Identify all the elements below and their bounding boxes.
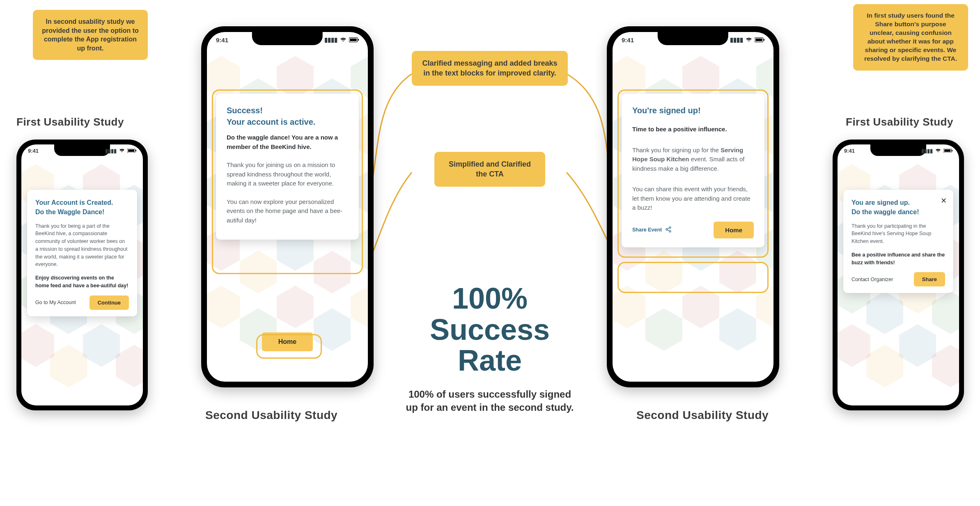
- card-lead: Time to bee a positive influence.: [632, 125, 754, 134]
- card-title: You're signed up!: [632, 105, 754, 116]
- share-button[interactable]: Share: [914, 272, 945, 286]
- svg-point-9: [669, 227, 671, 228]
- phone-second-study-signup: 9:41 ▮▮▮▮: [607, 26, 779, 387]
- signal-icon: ▮▮▮▮: [324, 36, 337, 44]
- svg-line-12: [668, 228, 670, 229]
- card-signed-up: You're signed up! Time to bee a positive…: [622, 94, 764, 247]
- note-registration-upfront: In second usability study we provided th…: [33, 10, 148, 60]
- card-title-2: Do the Waggle Dance!: [35, 208, 129, 217]
- note-simplified-cta: Simplified and Clarified the CTA: [434, 152, 545, 187]
- card-body: Thank you for participating in the BeeKi…: [851, 222, 945, 245]
- battery-icon: [349, 37, 359, 44]
- status-icons: ▮▮▮▮: [105, 148, 136, 154]
- wifi-icon: [119, 148, 125, 154]
- signal-icon: ▮▮▮▮: [730, 36, 743, 44]
- label-first-study-left: First Usability Study: [16, 116, 124, 128]
- svg-point-10: [666, 229, 668, 230]
- stat-rate: Rate: [404, 345, 576, 376]
- status-bar: 9:41 ▮▮▮▮: [844, 148, 952, 154]
- phone-first-study-signup: 9:41 ▮▮▮▮: [833, 140, 964, 410]
- status-icons: ▮▮▮▮: [730, 36, 764, 44]
- success-rate-block: 100% Success Rate 100% of users successf…: [404, 283, 576, 424]
- highlight-action-row: [617, 262, 769, 293]
- battery-icon: [943, 148, 952, 154]
- label-first-study-right: First Usability Study: [846, 116, 953, 128]
- card-account-active: Success! Your account is active. Do the …: [216, 94, 359, 240]
- status-bar: 9:41 ▮▮▮▮: [216, 36, 359, 44]
- svg-rect-5: [358, 39, 359, 40]
- svg-rect-16: [952, 150, 952, 151]
- svg-point-11: [669, 230, 671, 232]
- status-time: 9:41: [216, 37, 228, 44]
- stat-100: 100%: [404, 283, 576, 314]
- card-callout: Bee a positive influence and share the b…: [851, 251, 945, 267]
- status-icons: ▮▮▮▮: [324, 36, 359, 44]
- wifi-icon: [935, 148, 941, 154]
- phone-second-study-account: 9:41 ▮▮▮▮: [201, 26, 374, 387]
- continue-button[interactable]: Continue: [90, 295, 129, 310]
- svg-rect-2: [135, 150, 136, 151]
- card-lead: Do the waggle dance! You are a now a mem…: [227, 133, 348, 151]
- home-button[interactable]: Home: [262, 332, 313, 351]
- svg-rect-1: [128, 149, 134, 152]
- signal-icon: ▮▮▮▮: [105, 148, 117, 154]
- card-body-1: Thank you for signing up for the Serving…: [632, 146, 754, 174]
- stat-caption: 100% of users successfully signed up for…: [404, 388, 576, 414]
- card-body-1: Thank you for joining us on a mission to…: [227, 160, 348, 188]
- svg-rect-8: [764, 39, 764, 40]
- card-body-2: You can share this event with your frien…: [632, 185, 754, 213]
- card-body: Thank you for being a part of the BeeKin…: [35, 222, 129, 269]
- svg-rect-4: [350, 38, 356, 41]
- note-clarified-messaging: Clarified messaging and added breaks in …: [412, 51, 568, 86]
- label-second-study-right: Second Usability Study: [636, 409, 769, 422]
- status-bar: 9:41 ▮▮▮▮: [28, 148, 136, 154]
- status-time: 9:41: [844, 148, 855, 154]
- status-time: 9:41: [28, 148, 39, 154]
- card-title-1: Your Account is Created.: [35, 199, 129, 207]
- card-title-2: Do the waggle dance!: [851, 208, 945, 217]
- card-account-created: Your Account is Created. Do the Waggle D…: [27, 190, 137, 316]
- status-time: 9:41: [622, 37, 634, 44]
- note-share-button-confusion: In first study users found the Share but…: [853, 4, 968, 71]
- share-event-link[interactable]: Share Event: [632, 226, 672, 234]
- card-body-2: You can now explore your personalized ev…: [227, 197, 348, 225]
- svg-rect-15: [944, 149, 950, 152]
- contact-organizer-link[interactable]: Contact Organizer: [851, 277, 893, 282]
- close-icon[interactable]: ✕: [941, 196, 947, 205]
- label-second-study-left: Second Usability Study: [205, 409, 337, 422]
- svg-line-13: [668, 230, 670, 231]
- card-title-1: You are signed up.: [851, 199, 945, 207]
- status-bar: 9:41 ▮▮▮▮: [622, 36, 764, 44]
- card-signed-up-v1: ✕ You are signed up. Do the waggle dance…: [843, 190, 953, 293]
- go-to-my-account-link[interactable]: Go to My Account: [35, 300, 76, 305]
- battery-icon: [755, 37, 764, 44]
- svg-rect-7: [755, 38, 762, 41]
- phone-first-study-account: 9:41 ▮▮▮▮: [16, 140, 148, 410]
- home-button[interactable]: Home: [714, 222, 754, 238]
- card-title-1: Success!: [227, 105, 348, 116]
- wifi-icon: [746, 37, 752, 44]
- wifi-icon: [340, 37, 347, 44]
- stat-success: Success: [404, 314, 576, 346]
- card-callout: Enjoy discovering events on the home fee…: [35, 274, 129, 290]
- card-title-2: Your account is active.: [227, 117, 348, 127]
- share-icon: [665, 226, 672, 234]
- signal-icon: ▮▮▮▮: [921, 148, 933, 154]
- battery-icon: [127, 148, 136, 154]
- status-icons: ▮▮▮▮: [921, 148, 952, 154]
